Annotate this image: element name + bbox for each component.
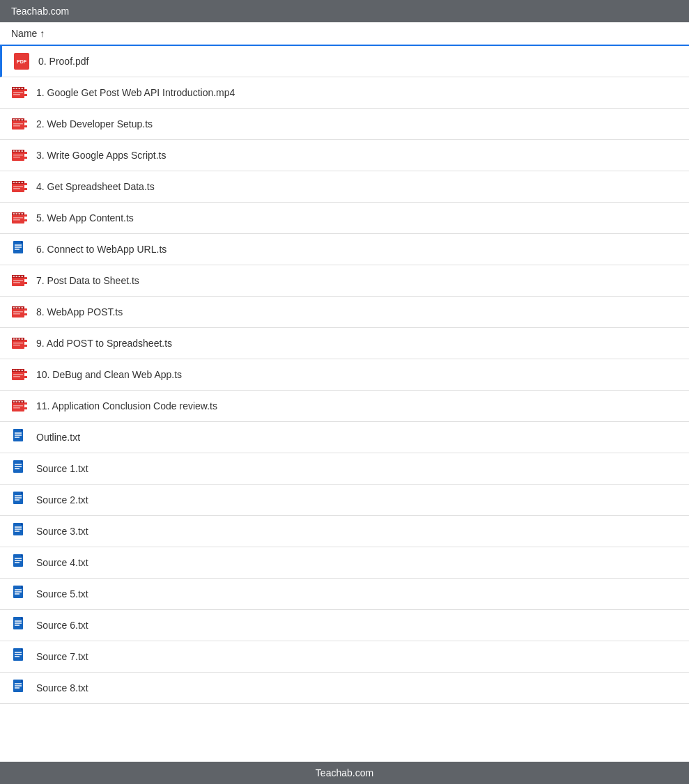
- file-row[interactable]: Outline.txt: [0, 422, 689, 453]
- svg-rect-2: [13, 88, 15, 89]
- file-name-label: 7. Post Data to Sheet.ts: [36, 275, 139, 286]
- svg-rect-24: [19, 150, 21, 152]
- file-icon-container: [11, 429, 28, 446]
- file-row[interactable]: Source 3.txt: [0, 516, 689, 547]
- svg-rect-101: [13, 405, 23, 407]
- file-row[interactable]: Source 7.txt: [0, 641, 689, 673]
- svg-rect-8: [24, 89, 27, 91]
- file-row[interactable]: Source 8.txt: [0, 673, 689, 704]
- svg-rect-70: [22, 307, 24, 308]
- file-row[interactable]: 9. Add POST to Spreadsheet.ts: [0, 328, 689, 359]
- svg-rect-74: [24, 313, 27, 315]
- file-icon-container: [11, 366, 28, 383]
- svg-rect-49: [24, 219, 27, 221]
- file-row[interactable]: 1. Google Get Post Web API Introduction.…: [0, 77, 689, 109]
- video-icon: [12, 148, 27, 163]
- video-icon: [12, 116, 27, 132]
- top-bar-title: Teachab.com: [11, 6, 69, 17]
- svg-rect-15: [22, 119, 24, 120]
- file-list: PDF 0. Proof.pdf: [0, 46, 689, 704]
- svg-rect-44: [19, 213, 21, 214]
- svg-rect-43: [16, 213, 18, 214]
- svg-rect-12: [13, 119, 15, 120]
- svg-rect-103: [24, 402, 27, 405]
- file-row[interactable]: Source 6.txt: [0, 610, 689, 641]
- doc-icon: [12, 241, 27, 258]
- file-name-label: 5. Web App Content.ts: [36, 212, 134, 224]
- file-icon-container: [11, 460, 28, 477]
- svg-rect-68: [16, 307, 18, 308]
- file-icon-container: [11, 335, 28, 352]
- svg-rect-99: [19, 401, 21, 402]
- svg-rect-48: [24, 214, 27, 217]
- file-row[interactable]: 2. Web Developer Setup.ts: [0, 109, 689, 140]
- file-icon-container: [11, 304, 28, 320]
- file-row[interactable]: PDF 0. Proof.pdf: [0, 46, 689, 77]
- svg-rect-17: [13, 125, 20, 127]
- svg-rect-25: [22, 150, 24, 152]
- doc-icon: [12, 554, 27, 571]
- svg-rect-73: [24, 308, 27, 311]
- file-icon-container: [11, 617, 28, 634]
- svg-rect-72: [13, 313, 20, 315]
- svg-rect-5: [22, 88, 24, 89]
- file-icon-container: [11, 492, 28, 508]
- file-icon-container: [11, 398, 28, 414]
- svg-rect-13: [16, 119, 18, 120]
- video-icon: [12, 304, 27, 320]
- doc-icon: [12, 429, 27, 446]
- file-row[interactable]: 7. Post Data to Sheet.ts: [0, 265, 689, 297]
- svg-rect-62: [13, 282, 20, 283]
- video-icon: [12, 336, 27, 351]
- svg-rect-67: [13, 307, 15, 308]
- column-name-label: Name: [11, 28, 37, 39]
- file-row[interactable]: Source 2.txt: [0, 485, 689, 516]
- file-name-label: Source 8.txt: [36, 682, 88, 693]
- file-icon-container: PDF: [13, 53, 30, 70]
- svg-rect-37: [13, 188, 20, 189]
- svg-rect-63: [24, 277, 27, 279]
- video-icon: [12, 273, 27, 288]
- doc-icon: [12, 492, 27, 508]
- svg-rect-39: [24, 188, 27, 190]
- file-row[interactable]: 4. Get Spreadsheet Data.ts: [0, 171, 689, 203]
- svg-rect-9: [24, 94, 27, 96]
- file-name-label: Source 2.txt: [36, 494, 88, 505]
- file-row[interactable]: 11. Application Conclusion Code review.t…: [0, 391, 689, 422]
- file-name-label: 8. WebApp POST.ts: [36, 306, 123, 317]
- doc-icon: [12, 523, 27, 540]
- svg-rect-19: [24, 125, 27, 127]
- video-icon: [12, 179, 27, 194]
- svg-rect-60: [22, 276, 24, 277]
- file-icon-container: [11, 648, 28, 665]
- column-header-row[interactable]: Name ↑: [0, 22, 689, 46]
- file-name-label: Source 7.txt: [36, 651, 88, 662]
- file-name-label: Source 4.txt: [36, 557, 88, 568]
- svg-rect-83: [24, 340, 27, 342]
- doc-icon: [12, 586, 27, 602]
- file-icon-container: [11, 84, 28, 101]
- svg-rect-81: [13, 343, 23, 344]
- file-icon-container: [11, 272, 28, 289]
- file-row[interactable]: 3. Write Google Apps Script.ts: [0, 140, 689, 171]
- svg-rect-100: [22, 401, 24, 402]
- svg-rect-34: [19, 182, 21, 183]
- file-name-label: Source 1.txt: [36, 463, 88, 474]
- svg-rect-71: [13, 311, 23, 313]
- video-icon: [12, 210, 27, 226]
- video-icon: [12, 367, 27, 382]
- file-row[interactable]: 8. WebApp POST.ts: [0, 297, 689, 328]
- file-icon-container: [11, 523, 28, 540]
- file-row[interactable]: Source 4.txt: [0, 547, 689, 579]
- file-icon-container: [11, 147, 28, 164]
- file-row[interactable]: Source 5.txt: [0, 579, 689, 610]
- file-name-label: 9. Add POST to Spreadsheet.ts: [36, 338, 172, 349]
- doc-icon: [12, 680, 27, 696]
- file-icon-container: [11, 210, 28, 226]
- main-content: Name ↑ PDF 0. Proof.pdf: [0, 22, 689, 726]
- file-row[interactable]: 6. Connect to WebApp URL.ts: [0, 234, 689, 265]
- file-row[interactable]: 10. DeBug and Clean Web App.ts: [0, 359, 689, 391]
- file-row[interactable]: 5. Web App Content.ts: [0, 203, 689, 234]
- svg-rect-64: [24, 282, 27, 284]
- file-row[interactable]: Source 1.txt: [0, 453, 689, 485]
